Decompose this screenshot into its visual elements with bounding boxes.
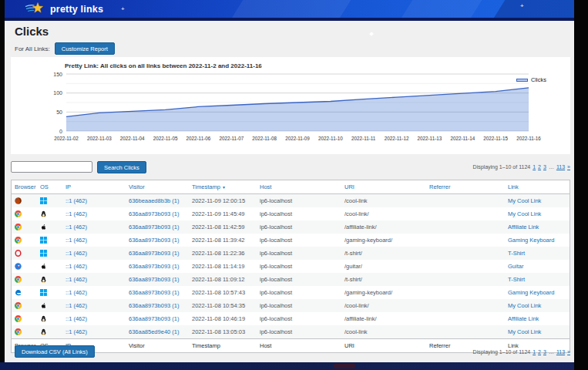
search-input[interactable]: [11, 161, 92, 173]
browser-icon-cell: [12, 234, 37, 247]
ip-cell: ::1 (462): [62, 220, 126, 234]
page-title: Clicks: [15, 25, 49, 38]
visitor-cell: 636aa8973b093 (1): [126, 299, 189, 312]
ip-link[interactable]: ::1 (462): [66, 289, 87, 296]
table-row[interactable]: ::1 (462) 636aa8973b093 (1) 2022-11-08 1…: [12, 286, 570, 299]
visitor-link[interactable]: 636aa8973b093 (1): [129, 276, 179, 283]
table-row[interactable]: ::1 (462) 636aa8973b093 (1) 2022-11-08 1…: [12, 260, 570, 273]
table-row[interactable]: ::1 (462) 636aa8973b093 (1) 2022-11-08 1…: [12, 273, 570, 286]
browser-icon-cell: [12, 194, 37, 208]
os-icon-cell: [37, 299, 62, 312]
page-link[interactable]: 3: [543, 164, 546, 170]
os-icon-cell: [37, 273, 62, 286]
table-row[interactable]: ::1 (462) 636aa8973b093 (1) 2022-11-08 1…: [12, 220, 570, 234]
ip-link[interactable]: ::1 (462): [66, 224, 87, 230]
link-cell: Affiliate Link: [505, 312, 570, 325]
svg-text:2022-11-06: 2022-11-06: [186, 136, 211, 141]
taskbar-item: [334, 364, 355, 368]
ip-link[interactable]: ::1 (462): [66, 328, 87, 335]
ip-link[interactable]: ::1 (462): [66, 315, 87, 322]
column-header-uri[interactable]: URI: [341, 180, 426, 194]
customize-report-button[interactable]: Customize Report: [55, 42, 115, 55]
column-header-ip[interactable]: IP: [62, 180, 126, 194]
host-cell: ip6-localhost: [257, 220, 341, 234]
pretty-link-link[interactable]: T-Shirt: [508, 250, 525, 257]
ip-link[interactable]: ::1 (462): [66, 263, 87, 270]
svg-text:2022-11-05: 2022-11-05: [153, 136, 178, 141]
page-link[interactable]: 1: [533, 164, 536, 170]
ip-link[interactable]: ::1 (462): [66, 210, 87, 217]
chrome-icon: [15, 237, 22, 244]
pretty-link-link[interactable]: T-Shirt: [508, 276, 525, 283]
page-link[interactable]: 1: [533, 349, 536, 355]
page-link-next[interactable]: »: [567, 164, 570, 170]
uri-cell: /affiliate-link/: [341, 220, 426, 234]
table-row[interactable]: ::1 (462) 636aa8973b093 (1) 2022-11-08 1…: [12, 312, 570, 325]
ip-link[interactable]: ::1 (462): [66, 302, 87, 309]
page-link-next[interactable]: »: [567, 349, 570, 355]
page-link[interactable]: 2: [538, 349, 541, 355]
footer-column-uri: URI: [341, 339, 426, 353]
visitor-link[interactable]: 636aa85ed9e40 (1): [129, 328, 179, 335]
pretty-link-link[interactable]: Affiliate Link: [508, 315, 539, 322]
ip-link[interactable]: ::1 (462): [66, 276, 87, 283]
for-all-links-label: For All Links:: [15, 45, 50, 52]
svg-text:2022-11-12: 2022-11-12: [385, 136, 409, 141]
os-icon-cell: [37, 260, 62, 273]
footer-column-host: Host: [257, 339, 341, 353]
page-link[interactable]: 113: [556, 349, 565, 355]
column-header-host[interactable]: Host: [257, 180, 341, 194]
pretty-link-link[interactable]: Guitar: [508, 263, 523, 270]
visitor-cell: 636aa8973b093 (1): [126, 312, 189, 325]
pretty-link-link[interactable]: My Cool Link: [508, 302, 541, 309]
link-cell: T-Shirt: [505, 247, 570, 260]
visitor-link[interactable]: 636aa8973b093 (1): [129, 237, 179, 244]
column-header-timestamp[interactable]: Timestamp ▼: [189, 180, 257, 194]
svg-text:2022-11-02: 2022-11-02: [54, 136, 79, 141]
visitor-link[interactable]: 636aa8973b093 (1): [129, 315, 179, 322]
pretty-link-link[interactable]: My Cool Link: [508, 328, 541, 335]
pretty-link-link[interactable]: Affiliate Link: [508, 224, 539, 230]
pretty-link-link[interactable]: Gaming Keyboard: [508, 237, 554, 244]
ip-link[interactable]: ::1 (462): [66, 197, 87, 204]
visitor-link[interactable]: 636aa8973b093 (1): [129, 263, 179, 270]
visitor-link[interactable]: 636aa8973b093 (1): [129, 210, 179, 217]
visitor-link[interactable]: 636aa8973b093 (1): [129, 250, 179, 257]
host-cell: ip6-localhost: [257, 325, 341, 339]
page-link[interactable]: 3: [543, 349, 546, 355]
visitor-cell: 636aa8973b093 (1): [126, 286, 189, 299]
linux-icon: [40, 210, 47, 217]
host-cell: ip6-localhost: [257, 247, 341, 260]
column-header-visitor[interactable]: Visitor: [126, 180, 189, 194]
download-csv-button[interactable]: Download CSV (All Links): [15, 345, 95, 358]
pretty-link-link[interactable]: Gaming Keyboard: [508, 289, 554, 296]
table-row[interactable]: ::1 (462) 636aa8973b093 (1) 2022-11-09 1…: [12, 207, 570, 220]
visitor-link[interactable]: 636aa8973b093 (1): [129, 224, 179, 230]
column-header-browser[interactable]: Browser: [12, 180, 37, 194]
safari-icon: [15, 263, 22, 270]
link-cell: My Cool Link: [505, 299, 570, 312]
search-clicks-button[interactable]: Search Clicks: [97, 161, 146, 173]
visitor-cell: 636aa85ed9e40 (1): [126, 325, 189, 339]
visitor-link[interactable]: 636aa8973b093 (1): [129, 289, 179, 296]
table-row[interactable]: ::1 (462) 636aa85ed9e40 (1) 2022-11-08 1…: [12, 325, 570, 339]
pretty-link-link[interactable]: My Cool Link: [508, 210, 541, 217]
apple-icon: [40, 302, 47, 309]
table-row[interactable]: ::1 (462) 636aa8973b093 (1) 2022-11-08 1…: [12, 234, 570, 247]
column-header-referrer[interactable]: Referrer: [426, 180, 505, 194]
column-header-link[interactable]: Link: [505, 180, 570, 194]
page-link[interactable]: 2: [538, 164, 541, 170]
pretty-link-link[interactable]: My Cool Link: [508, 197, 541, 204]
table-row[interactable]: ::1 (462) 636aa8973b093 (1) 2022-11-08 1…: [12, 247, 570, 260]
ip-link[interactable]: ::1 (462): [66, 250, 87, 257]
page-link[interactable]: 113: [556, 164, 565, 170]
visitor-link[interactable]: 636beaaed8b3b (1): [129, 197, 179, 204]
column-header-os[interactable]: OS: [37, 180, 62, 194]
table-row[interactable]: ::1 (462) 636aa8973b093 (1) 2022-11-08 1…: [12, 299, 570, 312]
opera-icon: [15, 250, 22, 257]
ip-cell: ::1 (462): [62, 247, 126, 260]
table-row[interactable]: ::1 (462) 636beaaed8b3b (1) 2022-11-09 1…: [12, 194, 570, 208]
os-icon-cell: [37, 194, 62, 208]
ip-link[interactable]: ::1 (462): [66, 237, 87, 244]
visitor-link[interactable]: 636aa8973b093 (1): [129, 302, 179, 309]
